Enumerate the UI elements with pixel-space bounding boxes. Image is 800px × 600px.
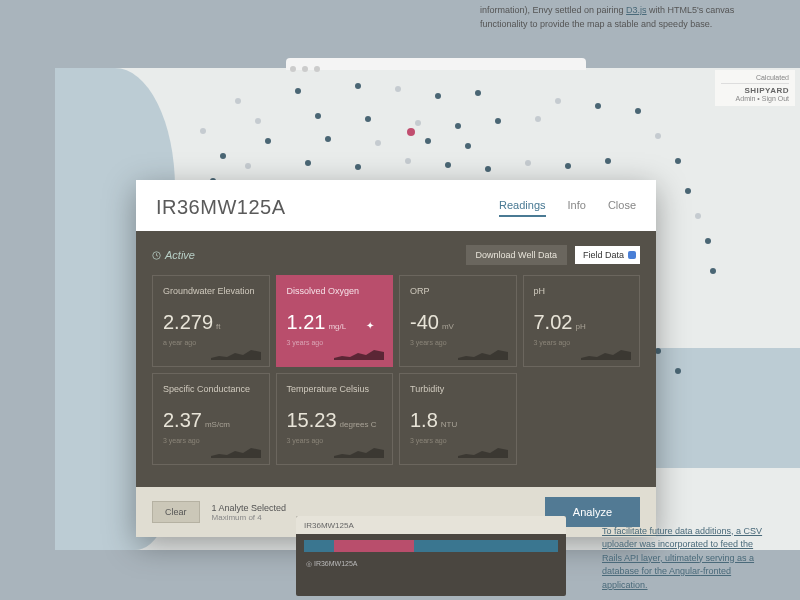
card-value: 2.279 — [163, 311, 213, 333]
angular-link[interactable]: Angular — [669, 566, 700, 576]
clear-button[interactable]: Clear — [152, 501, 200, 523]
card-time: 3 years ago — [534, 339, 630, 346]
sparkline-icon — [211, 346, 261, 360]
analyte-card[interactable]: Dissolved Oxygen1.21mg/L3 years ago✦ — [276, 275, 394, 367]
card-time: 3 years ago — [287, 339, 383, 346]
card-time: 3 years ago — [163, 437, 259, 444]
card-time: 3 years ago — [410, 339, 506, 346]
card-title: Groundwater Elevation — [163, 286, 259, 296]
background-paragraph: information), Envy settled on pairing D3… — [480, 4, 760, 31]
mini-title: IR36MW125A — [296, 516, 566, 534]
status-badge: Active — [152, 249, 195, 261]
card-title: pH — [534, 286, 630, 296]
modal-header: IR36MW125A Readings Info Close — [136, 180, 656, 231]
modal-tabs: Readings Info Close — [499, 199, 636, 217]
card-title: Turbidity — [410, 384, 506, 394]
card-value: 15.23 — [287, 409, 337, 431]
card-title: Temperature Celsius — [287, 384, 383, 394]
sparkline-icon — [334, 346, 384, 360]
top-right-header: Calculated SHIPYARD Admin • Sign Out — [715, 70, 795, 106]
card-value: -40 — [410, 311, 439, 333]
well-modal: IR36MW125A Readings Info Close Active Do… — [136, 180, 656, 537]
card-value: 1.21 — [287, 311, 326, 333]
analyte-card[interactable]: Groundwater Elevation2.279fta year ago — [152, 275, 270, 367]
sparkline-icon — [211, 444, 261, 458]
d3-link[interactable]: D3.js — [626, 5, 647, 15]
card-unit: ft — [216, 322, 220, 331]
card-time: a year ago — [163, 339, 259, 346]
mini-window: IR36MW125A ◎ IR36MW125A — [296, 516, 566, 596]
card-unit: mg/L — [328, 322, 346, 331]
card-title: Dissolved Oxygen — [287, 286, 383, 296]
tab-readings[interactable]: Readings — [499, 199, 545, 217]
download-button[interactable]: Download Well Data — [466, 245, 567, 265]
browser-chrome — [286, 58, 586, 70]
modal-title: IR36MW125A — [156, 196, 286, 219]
sparkline-icon — [458, 346, 508, 360]
card-time: 3 years ago — [287, 437, 383, 444]
brand-label: SHIPYARD — [744, 86, 789, 95]
card-unit: NTU — [441, 420, 457, 429]
modal-body: Active Download Well Data Field Data Gro… — [136, 231, 656, 487]
sparkline-icon — [458, 444, 508, 458]
sparkline-icon — [334, 444, 384, 458]
card-title: ORP — [410, 286, 506, 296]
analyte-card[interactable]: Specific Conductance2.37mS/cm3 years ago — [152, 373, 270, 465]
card-unit: mS/cm — [205, 420, 230, 429]
card-time: 3 years ago — [410, 437, 506, 444]
selection-info: 1 Analyte Selected Maximum of 4 — [212, 503, 287, 522]
analyte-card[interactable]: Turbidity1.8NTU3 years ago — [399, 373, 517, 465]
clock-icon — [152, 251, 161, 260]
card-unit: pH — [575, 322, 585, 331]
bottom-right-paragraph: To facilitate future data additions, a C… — [602, 525, 772, 593]
field-data-select[interactable]: Field Data — [575, 246, 640, 264]
analyte-card[interactable]: ORP-40mV3 years ago — [399, 275, 517, 367]
sparkline-icon — [581, 346, 631, 360]
card-grid: Groundwater Elevation2.279fta year agoDi… — [152, 275, 640, 465]
card-value: 7.02 — [534, 311, 573, 333]
card-value: 2.37 — [163, 409, 202, 431]
analyte-card[interactable]: Temperature Celsius15.23degrees C3 years… — [276, 373, 394, 465]
card-title: Specific Conductance — [163, 384, 259, 394]
card-unit: mV — [442, 322, 454, 331]
calculated-label: Calculated — [721, 74, 789, 84]
card-unit: degrees C — [340, 420, 377, 429]
analyte-card[interactable]: pH7.02pH3 years ago — [523, 275, 641, 367]
tab-close[interactable]: Close — [608, 199, 636, 217]
admin-signout[interactable]: Admin • Sign Out — [736, 95, 789, 102]
mini-row: ◎ IR36MW125A — [296, 558, 566, 570]
cursor-icon: ✦ — [366, 320, 374, 331]
card-value: 1.8 — [410, 409, 438, 431]
tab-info[interactable]: Info — [568, 199, 586, 217]
